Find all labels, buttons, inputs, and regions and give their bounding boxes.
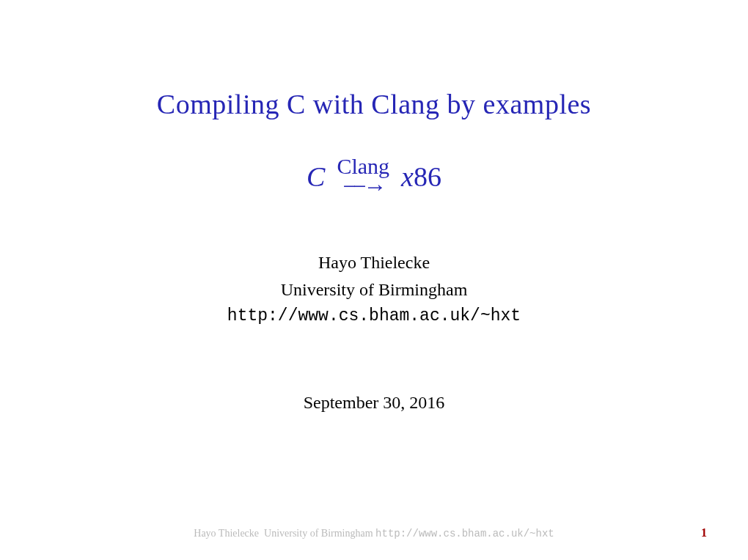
author-url: http://www.cs.bham.ac.uk/~hxt [73, 303, 675, 330]
author-name: Hayo Thielecke [73, 249, 675, 276]
slide: Compiling C with Clang by examples C Cla… [0, 0, 748, 560]
date: September 30, 2016 [73, 393, 675, 413]
formula-right-n: 86 [414, 161, 441, 192]
footer: Hayo Thielecke University of Birmingham … [0, 528, 748, 539]
footer-url: http://www.cs.bham.ac.uk/~hxt [375, 528, 554, 539]
formula-right-x: x [401, 161, 414, 192]
main-title: Compiling C with Clang by examples [73, 88, 675, 120]
arrow-icon: −−→ [342, 174, 384, 198]
page-number: 1 [701, 526, 707, 539]
footer-author: Hayo Thielecke [194, 528, 259, 539]
arrow-wrap: Clang −−→ [337, 155, 389, 198]
formula-right: x86 [401, 161, 441, 193]
formula: C Clang −−→ x86 [73, 155, 675, 198]
formula-left: C [307, 161, 325, 193]
author-block: Hayo Thielecke University of Birmingham … [73, 249, 675, 330]
footer-affiliation: University of Birmingham [264, 528, 373, 539]
author-affiliation: University of Birmingham [73, 276, 675, 303]
title-area: Compiling C with Clang by examples C Cla… [73, 88, 675, 198]
